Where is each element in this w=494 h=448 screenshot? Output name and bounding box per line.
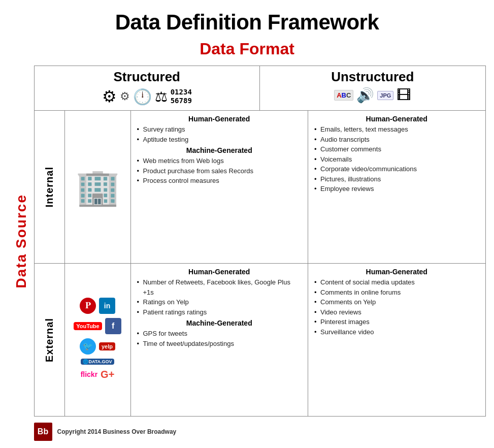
list-item: Surveillance video — [313, 327, 480, 337]
gear-icon-small: ⚙ — [120, 90, 130, 103]
list-item: Video reviews — [313, 307, 480, 317]
list-item: Pictures, illustrations — [313, 174, 480, 184]
external-label-cell: External — [35, 264, 65, 416]
social-row-1: 𝐏 in — [69, 298, 126, 314]
footer-logo: Bb — [34, 423, 52, 441]
int-struct-list1: Survey ratings Aptitude testing — [136, 124, 303, 144]
list-item: Survey ratings — [136, 124, 303, 135]
list-item: Process control measures — [136, 176, 303, 186]
internal-structured-image: 🏢 — [65, 111, 131, 263]
int-struct-header2: Machine-Generated — [136, 146, 303, 154]
footer: Bb Copyright 2014 Business Over Broadway — [9, 419, 486, 443]
list-item: Patient ratings ratings — [136, 307, 303, 317]
clock-icon: 🕛 — [133, 88, 152, 106]
list-item: Web metrics from Web logs — [136, 156, 303, 166]
list-item: Comments in online forums — [313, 287, 480, 298]
external-unstructured-content: Human-Generated Content of social media … — [308, 264, 485, 416]
framework-outer: Data Source Structured ⚙ ⚙ 🕛 ⚖ — [9, 66, 486, 417]
page-container: Data Definition Framework Data Format Da… — [0, 0, 494, 448]
col-header-unstructured: Unstructured ABC 🔊 JPG 🎞 — [260, 66, 485, 110]
int-unstruct-list1: Emails, letters, text messages Audio tra… — [313, 124, 480, 194]
data-rows: Internal 🏢 Human-Generated Survey rating… — [34, 110, 486, 417]
external-label: External — [44, 318, 55, 362]
col-header-structured: Structured ⚙ ⚙ 🕛 ⚖ 0123456789 — [35, 66, 260, 110]
list-item: Pinterest images — [313, 317, 480, 327]
ext-struct-list2: GPS for tweets Time of tweet/updates/pos… — [136, 329, 303, 348]
list-item: Audio transcripts — [313, 135, 480, 145]
yelp-icon: yelp — [99, 342, 115, 350]
external-structured-content: Human-Generated Number of Retweets, Face… — [131, 264, 309, 416]
list-item: Comments on Yelp — [313, 297, 480, 307]
jpg-icon: JPG — [377, 91, 393, 100]
datasource-label: Data Source — [13, 194, 29, 288]
scale-icon: ⚖ — [155, 88, 168, 105]
list-item: Time of tweet/updates/postings — [136, 339, 303, 349]
int-struct-list2: Web metrics from Web logs Product purcha… — [136, 156, 303, 186]
int-unstruct-header1: Human-Generated — [313, 115, 480, 123]
external-row: External 𝐏 in YouTube f 🐦 — [35, 264, 485, 416]
list-item: Employee reviews — [313, 184, 480, 194]
social-row-2: YouTube f — [69, 318, 126, 334]
social-row-3: 🐦 yelp — [69, 338, 126, 355]
list-item: Emails, letters, text messages — [313, 124, 480, 135]
youtube-icon: YouTube — [74, 322, 102, 330]
subtitle: Data Format — [200, 40, 294, 58]
internal-row: Internal 🏢 Human-Generated Survey rating… — [35, 111, 485, 264]
ext-struct-header1: Human-Generated — [136, 268, 303, 276]
pinterest-icon: 𝐏 — [80, 298, 96, 314]
list-item: Corporate video/communications — [313, 164, 480, 174]
abc-icon: ABC — [334, 90, 353, 101]
internal-structured-content: Human-Generated Survey ratings Aptitude … — [131, 111, 309, 263]
int-struct-header1: Human-Generated — [136, 115, 303, 123]
list-item: Customer comments — [313, 144, 480, 154]
footer-text: Copyright 2014 Business Over Broadway — [57, 428, 177, 435]
list-item: Content of social media updates — [313, 277, 480, 287]
gear-icon: ⚙ — [102, 87, 117, 106]
audio-icon: 🔊 — [356, 87, 374, 104]
flickr-icon: flickr — [81, 370, 97, 378]
list-item: Product purchase from sales Records — [136, 166, 303, 176]
datagov-icon: 🌐DATA.GOV — [81, 359, 114, 365]
list-item: Ratings on Yelp — [136, 297, 303, 307]
unstructured-icons: ABC 🔊 JPG 🎞 — [260, 85, 485, 106]
datasource-label-wrap: Data Source — [9, 66, 34, 417]
twitter-icon: 🐦 — [80, 338, 96, 355]
ext-struct-list1: Number of Retweets, Facebook likes, Goog… — [136, 277, 303, 317]
film-icon: 🎞 — [397, 87, 411, 104]
internal-unstructured-content: Human-Generated Emails, letters, text me… — [308, 111, 485, 263]
col-headers: Structured ⚙ ⚙ 🕛 ⚖ 0123456789 Unstruc — [34, 66, 486, 110]
numbers-icon: 0123456789 — [171, 88, 192, 105]
external-structured-image: 𝐏 in YouTube f 🐦 yelp 🌐DATA.GOV — [65, 264, 131, 416]
facebook-icon: f — [105, 318, 121, 334]
list-item: Voicemails — [313, 154, 480, 165]
structured-label: Structured — [35, 69, 260, 85]
google-icon: G+ — [101, 369, 114, 380]
ext-unstruct-header1: Human-Generated — [313, 268, 480, 276]
social-row-4: 🌐DATA.GOV — [69, 359, 126, 365]
linkedin-icon: in — [99, 298, 115, 314]
ext-unstruct-list1: Content of social media updates Comments… — [313, 277, 480, 337]
social-row-5: flickr G+ — [69, 369, 126, 380]
list-item: Aptitude testing — [136, 135, 303, 145]
structured-icons: ⚙ ⚙ 🕛 ⚖ 0123456789 — [35, 85, 260, 108]
framework-table-wrap: Structured ⚙ ⚙ 🕛 ⚖ 0123456789 Unstruc — [34, 66, 486, 417]
unstructured-label: Unstructured — [260, 69, 485, 85]
main-title: Data Definition Framework — [115, 10, 379, 35]
list-item: GPS for tweets — [136, 329, 303, 339]
ext-struct-header2: Machine-Generated — [136, 319, 303, 327]
internal-label-cell: Internal — [35, 111, 65, 263]
building-icon: 🏢 — [76, 169, 120, 205]
list-item: Number of Retweets, Facebook likes, Goog… — [136, 277, 303, 297]
internal-label: Internal — [44, 167, 55, 207]
